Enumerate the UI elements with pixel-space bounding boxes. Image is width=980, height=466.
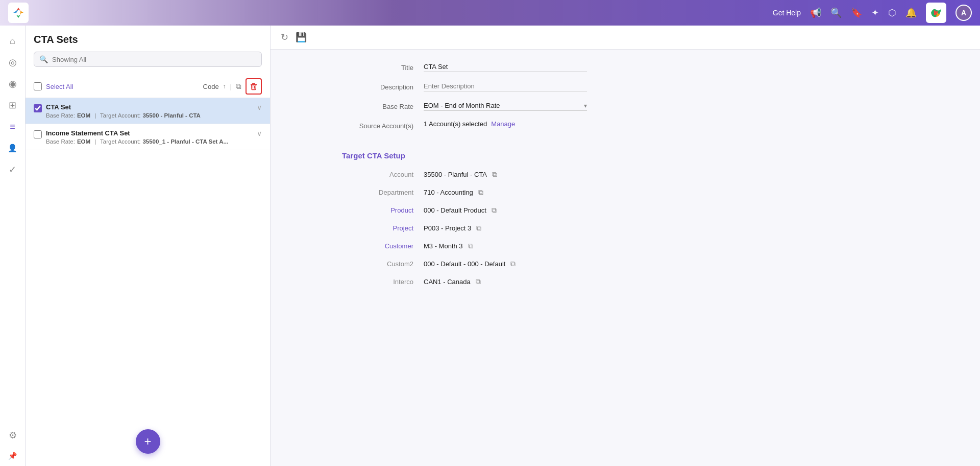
list-item-2[interactable]: Income Statement CTA Set Base Rate: EOM … [26, 124, 270, 150]
item-base-rate-label-2: Base Rate: [46, 138, 75, 145]
base-rate-dropdown[interactable]: EOM - End of Month Rate ▾ [424, 101, 587, 111]
base-rate-row: Base Rate EOM - End of Month Rate ▾ [342, 101, 960, 111]
separator: | [230, 83, 232, 90]
base-rate-label: Base Rate [342, 101, 424, 110]
description-label: Description [342, 81, 424, 91]
copy-icon[interactable]: ⧉ [236, 82, 241, 91]
list-panel: CTA Sets 🔍 Select All Code ↑ | ⧉ [26, 26, 271, 466]
nav-list[interactable]: ≡ [4, 118, 22, 136]
nav-settings[interactable]: ⚙ [4, 426, 22, 445]
get-help-button[interactable]: Get Help [773, 9, 801, 17]
interco-value-row: CAN1 - Canada ⧉ [424, 277, 481, 286]
item-meta-1: Base Rate: EOM | Target Account: 35500 -… [46, 112, 253, 119]
interco-label: Interco [342, 278, 424, 286]
user-avatar[interactable]: A [955, 5, 972, 21]
bell-icon[interactable]: 🔔 [905, 7, 917, 18]
meta-sep-2: | [94, 138, 96, 145]
project-label: Project [342, 224, 424, 232]
department-row: Department 710 - Accounting ⧉ [342, 188, 960, 197]
department-value: 710 - Accounting [424, 189, 473, 196]
external-link-icon-project[interactable]: ⧉ [476, 224, 481, 232]
external-link-icon-customer[interactable]: ⧉ [468, 242, 473, 250]
title-label: Title [342, 62, 424, 72]
source-count: 1 Account(s) selected [424, 120, 487, 128]
nav-dashboard[interactable]: ◎ [4, 53, 22, 72]
toolbar-row: Select All Code ↑ | ⧉ [26, 76, 270, 98]
external-link-icon-account[interactable]: ⧉ [492, 170, 497, 179]
customer-label: Customer [342, 242, 424, 250]
compass-icon[interactable]: ✦ [871, 7, 879, 18]
description-value [424, 81, 960, 91]
delete-button[interactable] [246, 78, 262, 95]
external-link-icon-custom2[interactable]: ⧉ [510, 260, 516, 268]
base-rate-value: EOM - End of Month Rate ▾ [424, 101, 960, 111]
topbar-actions: Get Help 📢 🔍 🔖 ✦ ⬡ 🔔 A [773, 3, 972, 23]
item-content-2: Income Statement CTA Set Base Rate: EOM … [46, 129, 253, 145]
target-account-value-row: 35500 - Planful - CTA ⧉ [424, 170, 497, 179]
search-icon: 🔍 [39, 55, 48, 63]
item-checkbox-2[interactable] [34, 130, 42, 138]
item-checkbox-1[interactable] [34, 104, 42, 112]
app-logo[interactable] [8, 3, 29, 23]
external-link-icon-interco[interactable]: ⧉ [476, 277, 481, 286]
title-input[interactable] [424, 62, 587, 72]
item-target-2: 35500_1 - Planful - CTA Set A... [142, 138, 228, 145]
source-accounts-container: 1 Account(s) selected Manage [424, 120, 960, 128]
external-link-icon-department[interactable]: ⧉ [478, 188, 483, 197]
pin-icon[interactable]: 📌 [8, 452, 17, 460]
product-value: 000 - Default Product [424, 206, 486, 214]
sort-icon[interactable]: ↑ [223, 83, 226, 90]
item-meta-2: Base Rate: EOM | Target Account: 35500_1… [46, 138, 253, 145]
bookmark-icon[interactable]: 🔖 [851, 7, 862, 18]
code-column-label: Code [203, 83, 219, 90]
detail-panel: ↻ 💾 Title Description Base Rate [271, 26, 980, 466]
cube-icon[interactable]: ⬡ [888, 7, 896, 18]
detail-toolbar: ↻ 💾 [271, 26, 980, 50]
nav-target[interactable]: ◉ [4, 75, 22, 93]
list-item[interactable]: CTA Set Base Rate: EOM | Target Account:… [26, 98, 270, 124]
custom2-value-row: 000 - Default - 000 - Default ⧉ [424, 260, 516, 268]
item-target-label-2: Target Account: [100, 138, 140, 145]
company-logo[interactable] [926, 3, 946, 23]
search-icon[interactable]: 🔍 [830, 7, 842, 18]
topbar-left [8, 3, 765, 23]
item-base-rate-2: EOM [77, 138, 90, 145]
main-layout: ⌂ ◎ ◉ ⊞ ≡ 👤 ✓ ⚙ 📌 CTA Sets 🔍 Select All … [0, 26, 980, 466]
product-row: Product 000 - Default Product ⧉ [342, 206, 960, 215]
custom2-label: Custom2 [342, 260, 424, 268]
meta-sep-1: | [94, 112, 96, 119]
item-content-1: CTA Set Base Rate: EOM | Target Account:… [46, 103, 253, 119]
source-accounts-label: Source Account(s) [342, 120, 424, 130]
title-row: Title [342, 62, 960, 72]
custom2-value: 000 - Default - 000 - Default [424, 260, 505, 268]
nav-person[interactable]: 👤 [4, 139, 22, 157]
item-chevron-2[interactable]: ∨ [257, 129, 262, 137]
nav-grid[interactable]: ⊞ [4, 96, 22, 114]
page-title: CTA Sets [34, 34, 262, 45]
select-all-checkbox[interactable] [34, 82, 42, 90]
nav-home[interactable]: ⌂ [4, 32, 22, 50]
refresh-icon[interactable]: ↻ [281, 32, 288, 43]
search-input[interactable] [52, 56, 256, 63]
item-name-1: CTA Set [46, 103, 253, 111]
add-button[interactable]: + [136, 429, 160, 454]
save-icon[interactable]: 💾 [296, 32, 307, 43]
external-link-icon-product[interactable]: ⧉ [492, 206, 497, 215]
select-all-label[interactable]: Select All [46, 83, 73, 90]
megaphone-icon[interactable]: 📢 [810, 7, 821, 18]
target-account-value: 35500 - Planful - CTA [424, 171, 487, 178]
chevron-down-icon: ▾ [584, 102, 587, 109]
nav-check[interactable]: ✓ [4, 160, 22, 179]
custom2-row: Custom2 000 - Default - 000 - Default ⧉ [342, 260, 960, 268]
description-input[interactable] [424, 81, 587, 91]
interco-row: Interco CAN1 - Canada ⧉ [342, 277, 960, 286]
item-target-label-1: Target Account: [100, 112, 140, 119]
item-base-rate-1: EOM [77, 112, 90, 119]
customer-value: M3 - Month 3 [424, 242, 463, 250]
item-name-2: Income Statement CTA Set [46, 129, 253, 137]
target-cta-section: Target CTA Setup Account 35500 - Planful… [271, 151, 980, 308]
manage-link[interactable]: Manage [491, 120, 515, 128]
base-rate-dropdown-text: EOM - End of Month Rate [424, 102, 581, 109]
detail-form: Title Description Base Rate EOM - End of… [271, 50, 980, 151]
item-chevron-1[interactable]: ∨ [257, 103, 262, 111]
